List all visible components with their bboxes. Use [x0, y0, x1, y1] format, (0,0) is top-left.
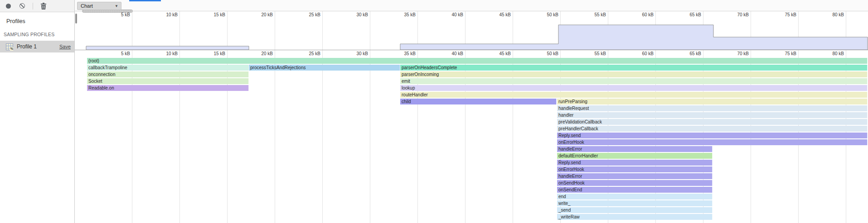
flame-bar[interactable]: handleRequest: [557, 105, 868, 111]
save-profile-link[interactable]: Save: [59, 44, 71, 49]
flame-bar-label: _writeRaw: [558, 214, 580, 219]
flame-bar[interactable]: Readable.on: [87, 85, 249, 91]
flame-bar-label: end: [558, 194, 566, 199]
axis-tick-label: 50 kB: [533, 11, 558, 18]
flame-bar-label: _send: [558, 208, 571, 213]
flame-bar[interactable]: onErrorHook: [557, 139, 868, 145]
overview-silhouette: [75, 11, 868, 50]
heap-profile-icon: %: [6, 43, 13, 50]
profiler-toolbar: [0, 0, 74, 12]
flame-bar[interactable]: onSendEnd: [557, 187, 713, 193]
axis-tick-label: 25 kB: [296, 50, 320, 57]
trash-icon: [41, 3, 46, 9]
record-profile-button[interactable]: [5, 2, 12, 9]
flame-bar-label: Readable.on: [88, 85, 114, 90]
flame-bar[interactable]: handleError: [557, 146, 713, 152]
flame-bar[interactable]: Socket: [87, 78, 249, 84]
flame-bar[interactable]: Reply.send: [557, 133, 868, 138]
delete-profile-button[interactable]: [40, 2, 47, 9]
axis-tick-label: 70 kB: [724, 50, 749, 57]
axis-tick-label: 55 kB: [581, 50, 606, 57]
axis-tick-label: 5 kB: [105, 50, 130, 57]
overview-silhouette-shape: [400, 25, 868, 50]
flame-bar-label: onErrorHook: [558, 167, 584, 172]
flame-bar-label: defaultErrorHandler: [558, 153, 598, 158]
flame-bar[interactable]: handleError: [557, 173, 713, 179]
axis-tick-label: 55 kB: [581, 11, 606, 18]
flame-bar[interactable]: write_: [557, 200, 713, 206]
axis-tick-label: 35 kB: [391, 11, 416, 18]
active-tab-indicator: [129, 0, 161, 1]
flame-bar-label: emit: [402, 79, 410, 84]
axis-tick-label: 10 kB: [153, 50, 178, 57]
axis-tick-label: 75 kB: [771, 11, 796, 18]
sidebar-item-profile-1[interactable]: % Profile 1 Save: [0, 41, 74, 52]
profile-name: Profile 1: [17, 43, 37, 50]
flame-axis-divider: [75, 50, 868, 50]
flame-bar[interactable]: end: [557, 194, 713, 199]
chart-panel-header: [75, 0, 868, 11]
flame-bar-label: onconnection: [88, 72, 116, 77]
clear-profiles-button[interactable]: [19, 2, 26, 9]
flame-bar[interactable]: handler: [557, 112, 868, 118]
flame-bar-label: onSendEnd: [558, 187, 582, 192]
axis-tick-label: 75 kB: [771, 50, 796, 57]
axis-tick-label: 70 kB: [724, 11, 749, 18]
flame-bar-label: Socket: [88, 79, 102, 84]
flame-bar[interactable]: Reply.send: [557, 160, 713, 166]
flame-bar-label: parserOnHeadersComplete: [402, 65, 457, 70]
axis-tick-label: 30 kB: [343, 50, 368, 57]
axis-tick-label: 80 kB: [819, 11, 844, 18]
flame-bar-label: (root): [88, 58, 99, 63]
flame-bar-label: processTicksAndRejections: [250, 65, 305, 70]
flame-bar-label: child: [402, 99, 411, 104]
axis-tick-label: 80 kB: [819, 50, 844, 57]
flame-bar[interactable]: _send: [557, 207, 713, 213]
flame-bar[interactable]: preHandlerCallback: [557, 126, 868, 132]
axis-tick-label: 30 kB: [343, 11, 368, 18]
flame-bar-label: preValidationCallback: [558, 119, 602, 124]
flame-bar[interactable]: lookup: [400, 85, 868, 91]
sidebar-title: Profiles: [6, 18, 74, 24]
flame-bar[interactable]: routeHandler: [400, 92, 868, 98]
axis-tick-label: 50 kB: [533, 50, 558, 57]
flame-bar[interactable]: preValidationCallback: [557, 119, 868, 125]
axis-tick-label: 15 kB: [200, 11, 225, 18]
flame-bar-label: routeHandler: [402, 92, 428, 97]
flame-bar[interactable]: onErrorHook: [557, 166, 713, 172]
view-mode-select[interactable]: Chart ▼: [77, 2, 121, 10]
flame-bar[interactable]: (root): [87, 58, 868, 64]
profiles-sidebar: Profiles SAMPLING PROFILES % Profile 1 S…: [0, 0, 75, 223]
flame-bar-label: lookup: [402, 85, 415, 90]
axis-tick-label: 65 kB: [676, 11, 701, 18]
flame-bar-label: Reply.send: [558, 160, 581, 165]
flame-bar[interactable]: runPreParsing: [557, 99, 868, 104]
axis-tick-label: 25 kB: [296, 11, 320, 18]
flame-bar[interactable]: _writeRaw: [557, 214, 713, 220]
flame-bar[interactable]: child: [400, 99, 557, 104]
vertical-scrollbar-thumb[interactable]: [75, 14, 77, 24]
axis-tick-label: 60 kB: [629, 11, 654, 18]
axis-tick-label: 10 kB: [153, 11, 178, 18]
axis-tick-label: 15 kB: [200, 50, 225, 57]
flame-bar-label: handleRequest: [558, 106, 589, 111]
axis-tick-label: 20 kB: [248, 50, 273, 57]
flame-bar[interactable]: parserOnIncoming: [400, 71, 868, 77]
overview-pane[interactable]: [75, 11, 868, 50]
overview-silhouette-shape: [86, 46, 249, 50]
flame-bar[interactable]: callbackTrampoline: [87, 65, 249, 71]
flame-bar[interactable]: onSendHook: [557, 180, 713, 186]
axis-tick-label: 45 kB: [486, 11, 511, 18]
flame-bar-label: onSendHook: [558, 180, 585, 185]
flame-chart-panel: Chart ▼ 5 kB5 kB10 kB10 kB15 kB15 kB20 k…: [75, 0, 868, 223]
flame-bar[interactable]: parserOnHeadersComplete: [400, 65, 868, 71]
flame-bar-label: callbackTrampoline: [88, 65, 127, 70]
flame-bar[interactable]: onconnection: [87, 71, 249, 77]
overview-range-slider[interactable]: [82, 9, 133, 13]
flame-bar[interactable]: defaultErrorHandler: [557, 153, 713, 159]
record-icon: [6, 4, 11, 9]
flame-bar[interactable]: emit: [400, 78, 868, 84]
flame-bar[interactable]: processTicksAndRejections: [249, 65, 400, 71]
axis-tick-label: 35 kB: [391, 50, 416, 57]
circle-slash-icon: [19, 3, 25, 9]
